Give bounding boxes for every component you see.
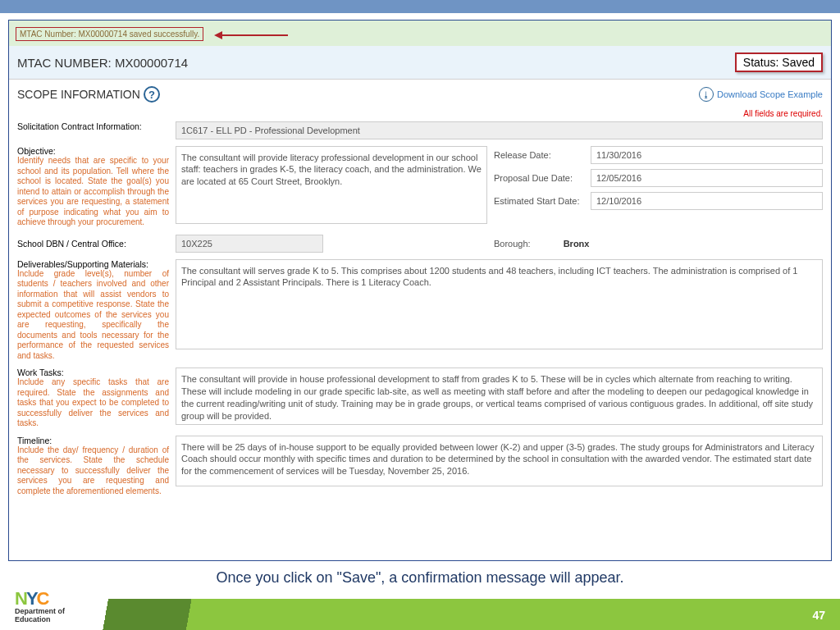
start-date-label: Estimated Start Date: bbox=[494, 196, 584, 206]
scope-title: SCOPE INFORMATION ? bbox=[17, 86, 160, 103]
nyc-doe-logo: NYC Department of Education bbox=[15, 589, 65, 623]
scope-title-text: SCOPE INFORMATION bbox=[17, 88, 140, 101]
top-bar bbox=[0, 0, 840, 13]
solicitation-input[interactable]: 1C617 - ELL PD - Professional Developmen… bbox=[176, 121, 823, 139]
status-badge: Status: Saved bbox=[735, 52, 823, 72]
work-tasks-textarea[interactable]: The consultant will provide in house pro… bbox=[176, 368, 823, 425]
dbn-label: School DBN / Central Office: bbox=[17, 239, 126, 249]
deliverables-textarea[interactable]: The consultant will serves grade K to 5.… bbox=[176, 259, 823, 349]
borough-value: Bronx bbox=[564, 239, 590, 249]
download-icon: ⭳ bbox=[699, 87, 714, 102]
work-tasks-hint: Include any specific tasks that are requ… bbox=[17, 377, 169, 429]
required-note: All fields are required. bbox=[9, 109, 831, 121]
release-date-label: Release Date: bbox=[494, 150, 584, 160]
page-number: 47 bbox=[812, 609, 825, 622]
work-tasks-label: Work Tasks: bbox=[17, 368, 169, 377]
slide-footer: Once you click on "Save", a confirmation… bbox=[0, 563, 840, 630]
solicitation-label: Solicitation Contract Information: bbox=[17, 121, 142, 131]
proposal-date-label: Proposal Due Date: bbox=[494, 173, 584, 183]
dbn-row: School DBN / Central Office: 10X225 Boro… bbox=[17, 235, 823, 253]
deliverables-label: Deliverables/Supporting Materials: bbox=[17, 259, 169, 269]
annotation-arrow bbox=[214, 27, 288, 42]
release-date-input[interactable]: 11/30/2016 bbox=[591, 146, 823, 164]
slide-caption: Once you click on "Save", a confirmation… bbox=[0, 563, 840, 587]
proposal-date-input[interactable]: 12/05/2016 bbox=[591, 169, 823, 187]
form-panel: MTAC Number: MX00000714 saved successful… bbox=[8, 20, 832, 561]
form-content: Solicitation Contract Information: 1C617… bbox=[9, 121, 831, 511]
dates-block: Release Date: 11/30/2016 Proposal Due Da… bbox=[494, 146, 823, 228]
start-date-input[interactable]: 12/10/2016 bbox=[591, 192, 823, 210]
success-bar: MTAC Number: MX00000714 saved successful… bbox=[9, 21, 831, 46]
dbn-input[interactable]: 10X225 bbox=[176, 235, 323, 253]
mtac-header-row: MTAC NUMBER: MX00000714 Status: Saved bbox=[9, 46, 831, 80]
objective-label: Objective: bbox=[17, 146, 169, 156]
solicitation-row: Solicitation Contract Information: 1C617… bbox=[17, 121, 823, 139]
objective-hint: Identify needs that are specific to your… bbox=[17, 156, 169, 228]
timeline-textarea[interactable]: There will be 25 days of in-house suppor… bbox=[176, 436, 823, 486]
timeline-label: Timeline: bbox=[17, 436, 169, 445]
objective-textarea[interactable]: The consultant will provide literacy pro… bbox=[176, 146, 487, 224]
timeline-hint: Include the day/ frequency / duration of… bbox=[17, 445, 169, 497]
mtac-number: MTAC NUMBER: MX00000714 bbox=[17, 56, 188, 70]
download-scope-link[interactable]: ⭳ Download Scope Example bbox=[699, 87, 823, 102]
timeline-row: Timeline: Include the day/ frequency / d… bbox=[17, 436, 823, 497]
help-icon[interactable]: ? bbox=[144, 86, 160, 103]
work-tasks-row: Work Tasks: Include any specific tasks t… bbox=[17, 368, 823, 429]
borough-label: Borough: bbox=[494, 239, 531, 249]
success-message: MTAC Number: MX00000714 saved successful… bbox=[16, 27, 203, 41]
logo-edu: Education bbox=[15, 616, 65, 623]
deliverables-row: Deliverables/Supporting Materials: Inclu… bbox=[17, 259, 823, 362]
download-link-text: Download Scope Example bbox=[717, 89, 823, 99]
footer-bar: NYC Department of Education 47 bbox=[0, 599, 840, 630]
scope-header-row: SCOPE INFORMATION ? ⭳ Download Scope Exa… bbox=[9, 80, 831, 109]
borough-block: Borough: Bronx bbox=[330, 239, 823, 249]
objective-row: Objective: Identify needs that are speci… bbox=[17, 146, 823, 228]
deliverables-hint: Include grade level(s), number of studen… bbox=[17, 269, 169, 362]
footer-shape bbox=[0, 599, 840, 630]
